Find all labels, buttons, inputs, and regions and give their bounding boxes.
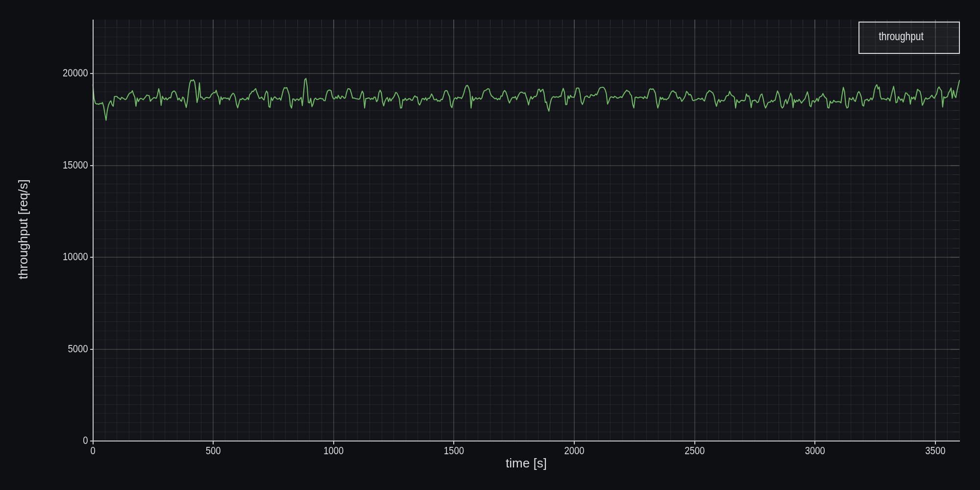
svg-text:throughput [req/s]: throughput [req/s] <box>16 179 30 279</box>
svg-text:500: 500 <box>206 444 221 457</box>
svg-text:2000: 2000 <box>564 444 584 457</box>
svg-text:0: 0 <box>83 434 88 446</box>
svg-text:15000: 15000 <box>63 159 88 171</box>
svg-text:5000: 5000 <box>68 343 88 355</box>
svg-text:3000: 3000 <box>805 444 825 457</box>
svg-text:1500: 1500 <box>444 444 464 457</box>
svg-text:10000: 10000 <box>63 250 88 263</box>
svg-text:time [s]: time [s] <box>506 456 547 470</box>
svg-text:throughput: throughput <box>879 29 924 43</box>
svg-text:1000: 1000 <box>323 444 343 457</box>
svg-text:0: 0 <box>90 444 95 457</box>
svg-text:3500: 3500 <box>925 444 945 457</box>
svg-text:20000: 20000 <box>63 67 88 79</box>
svg-text:2500: 2500 <box>685 444 705 457</box>
